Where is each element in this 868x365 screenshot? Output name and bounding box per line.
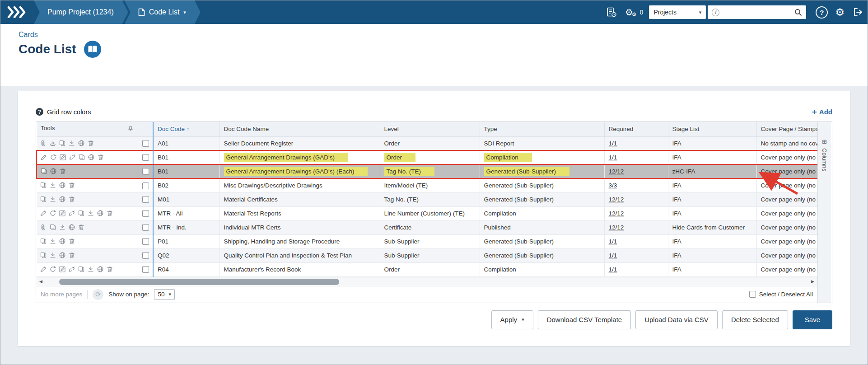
required-link[interactable]: 12/12 (609, 168, 624, 175)
edit-box-icon[interactable] (59, 210, 66, 217)
copy-icon[interactable] (78, 266, 85, 273)
pencil-icon[interactable] (40, 154, 48, 161)
trash-icon[interactable] (68, 196, 76, 203)
apply-button[interactable]: Apply ▾ (491, 310, 533, 329)
distribute-icon[interactable] (59, 224, 66, 231)
trash-icon[interactable] (106, 210, 114, 217)
trash-icon[interactable] (68, 252, 76, 259)
scroll-right-icon[interactable]: ▶ (808, 279, 817, 284)
distribute-icon[interactable] (49, 196, 57, 203)
columns-tab[interactable]: ⊞ Columns (817, 122, 831, 303)
copy-icon[interactable] (40, 238, 47, 245)
required-link[interactable]: 12/12 (609, 210, 624, 217)
globe-icon[interactable] (50, 168, 57, 175)
page-size-select[interactable]: 50 ▾ (154, 289, 175, 300)
edit-box-icon[interactable] (59, 266, 66, 273)
copy-icon[interactable] (59, 140, 66, 147)
required-link[interactable]: 1/1 (609, 266, 617, 273)
scope-select[interactable]: Projects ▾ (649, 5, 706, 19)
help-icon[interactable]: ? (816, 6, 828, 19)
paperclip-icon[interactable] (40, 224, 47, 231)
paperclip-icon[interactable] (40, 140, 47, 147)
column-doc-code-name[interactable]: Doc Code Name (219, 122, 380, 136)
row-checkbox[interactable] (142, 196, 149, 203)
row-checkbox[interactable] (142, 210, 149, 217)
unlink-icon[interactable] (68, 210, 76, 217)
pencil-icon[interactable] (40, 210, 47, 217)
trash-icon[interactable] (59, 168, 67, 175)
edit-box-icon[interactable] (59, 154, 67, 161)
row-checkbox[interactable] (142, 154, 149, 161)
required-link[interactable]: 3/3 (609, 182, 617, 189)
report-log-icon[interactable] (602, 0, 621, 24)
required-link[interactable]: 12/12 (609, 224, 624, 231)
horizontal-scrollbar[interactable]: ◀ ▶ (36, 277, 817, 286)
settings-gear-icon[interactable]: ⚙ (831, 0, 849, 24)
search-icon[interactable] (794, 9, 802, 16)
download-csv-template-button[interactable]: Download CSV Template (538, 310, 631, 329)
column-doc-code[interactable]: Doc Code↑ (153, 122, 219, 136)
column-required[interactable]: Required (604, 122, 668, 136)
search-input[interactable] (723, 8, 791, 16)
grid-row-colors-help[interactable]: ? Grid row colors (36, 108, 91, 116)
add-button[interactable]: + Add (812, 108, 832, 116)
globe-icon[interactable] (59, 238, 66, 245)
distribute-icon[interactable] (49, 182, 57, 189)
row-checkbox[interactable] (142, 224, 149, 231)
globe-icon[interactable] (88, 154, 95, 161)
delete-selected-button[interactable]: Delete Selected (722, 310, 788, 329)
required-link[interactable]: 1/1 (609, 252, 617, 259)
trash-icon[interactable] (68, 182, 76, 189)
save-button[interactable]: Save (793, 310, 832, 329)
copy-icon[interactable] (78, 210, 85, 217)
globe-icon[interactable] (59, 182, 66, 189)
book-icon[interactable] (84, 40, 102, 58)
trash-icon[interactable] (68, 238, 76, 245)
breadcrumb-code-list[interactable]: Code List ▾ (125, 0, 201, 24)
row-checkbox[interactable] (142, 168, 149, 175)
row-checkbox[interactable] (142, 182, 149, 189)
app-logo-icon[interactable] (0, 0, 37, 24)
distribute-icon[interactable] (68, 140, 76, 147)
column-cover-page-stamps[interactable]: Cover Page / Stamps (756, 122, 818, 136)
globe-icon[interactable] (59, 252, 66, 259)
refresh-icon[interactable] (49, 210, 57, 217)
copy-icon[interactable] (49, 224, 57, 231)
column-type[interactable]: Type (480, 122, 604, 136)
distribute-icon[interactable] (87, 266, 95, 273)
info-icon[interactable]: i (712, 9, 719, 16)
copy-icon[interactable] (40, 168, 48, 175)
breadcrumb-project[interactable]: Pump Project (1234) (34, 0, 128, 24)
trash-icon[interactable] (87, 140, 95, 147)
refresh-icon[interactable]: ⟳ (93, 289, 103, 300)
scrollbar-thumb[interactable] (59, 279, 339, 285)
refresh-icon[interactable] (50, 154, 57, 161)
globe-icon[interactable] (97, 210, 104, 217)
required-link[interactable]: 1/1 (609, 154, 617, 161)
column-level[interactable]: Level (380, 122, 480, 136)
upload-data-via-csv-button[interactable]: Upload Data via CSV (635, 310, 718, 329)
trash-icon[interactable] (78, 224, 85, 231)
refresh-icon[interactable] (49, 266, 57, 273)
required-link[interactable]: 1/1 (609, 238, 617, 245)
trash-icon[interactable] (97, 154, 105, 161)
scrollbar-track[interactable] (46, 277, 808, 286)
select-all-checkbox[interactable] (749, 291, 756, 298)
pin-icon[interactable] (127, 126, 134, 133)
trash-icon[interactable] (106, 266, 114, 273)
distribute-icon[interactable] (49, 252, 57, 259)
globe-icon[interactable] (97, 266, 104, 273)
distribute-icon[interactable] (49, 238, 57, 245)
unlink-icon[interactable] (68, 266, 76, 273)
select-deselect-all[interactable]: Select / Deselect All (749, 291, 813, 298)
copy-icon[interactable] (78, 154, 86, 161)
copy-icon[interactable] (40, 182, 47, 189)
background-jobs-icon[interactable]: ⚙⚙ 0 (621, 0, 648, 24)
unlink-icon[interactable] (69, 154, 76, 161)
copy-icon[interactable] (40, 196, 47, 203)
copy-icon[interactable] (40, 252, 47, 259)
scroll-left-icon[interactable]: ◀ (36, 279, 46, 284)
row-checkbox[interactable] (142, 266, 149, 273)
column-stage-list[interactable]: Stage List (668, 122, 756, 136)
logout-icon[interactable] (849, 0, 868, 24)
